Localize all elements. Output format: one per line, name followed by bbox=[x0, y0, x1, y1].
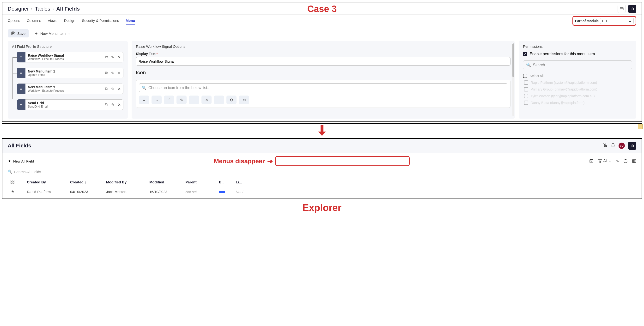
layout-icon[interactable] bbox=[618, 5, 626, 13]
menu-item[interactable]: ≡ New Menu Item 1 Update Items ⧉ ✎ ✕ bbox=[17, 68, 124, 78]
pencil-icon[interactable]: ✎ bbox=[176, 96, 186, 104]
tab-columns[interactable]: Columns bbox=[27, 16, 41, 25]
gear-icon[interactable]: ⚙ bbox=[226, 96, 236, 104]
display-text-input[interactable] bbox=[136, 57, 510, 66]
edit-icon[interactable]: ✎ bbox=[111, 55, 114, 60]
chevron-right-icon: › bbox=[52, 7, 54, 11]
scrollbar[interactable] bbox=[512, 44, 514, 116]
arrow-right-icon: ➔ bbox=[267, 157, 273, 165]
cell-modified-by: Jack Mostert bbox=[106, 190, 140, 194]
col-parent[interactable]: Parent bbox=[185, 180, 210, 184]
icon-search-input[interactable]: 🔍 Choose an icon from the below list... bbox=[139, 83, 507, 92]
checkbox-icon[interactable] bbox=[523, 74, 527, 78]
mail-icon[interactable]: ✉ bbox=[239, 96, 249, 104]
drag-handle-icon[interactable]: ≡ bbox=[17, 68, 26, 78]
explorer-search[interactable]: 🔍 Search All Fields bbox=[2, 168, 642, 177]
edit-icon[interactable]: ✎ bbox=[111, 71, 114, 76]
checkbox-checked-icon[interactable]: ✓ bbox=[523, 52, 527, 56]
page-title: All Fields bbox=[8, 142, 31, 149]
module-select[interactable]: HR ⌄ bbox=[600, 18, 634, 24]
grid-icon[interactable] bbox=[8, 180, 17, 184]
col-created-by[interactable]: Created By bbox=[27, 180, 60, 184]
chevron-down-icon[interactable]: ⌄ bbox=[152, 96, 162, 104]
refresh-icon[interactable] bbox=[623, 159, 628, 163]
crumb-designer[interactable]: Designer bbox=[8, 6, 29, 12]
close-icon[interactable]: ✕ bbox=[118, 102, 121, 107]
svg-point-14 bbox=[633, 146, 633, 146]
menu-item[interactable]: ≡ New Menu Item 3 Workflow - Execute Pro… bbox=[17, 84, 124, 94]
bot-icon[interactable] bbox=[628, 142, 636, 150]
permission-item[interactable]: Rapid Platform (system@rapidplatform.com… bbox=[524, 80, 632, 85]
menu-item[interactable]: ≡ Send Grid SendGrid Email ⧉ ✎ ✕ bbox=[17, 100, 124, 110]
edit-icon[interactable]: ✎ bbox=[111, 87, 114, 91]
enable-permissions-row[interactable]: ✓ Enable permissions for this menu item bbox=[523, 52, 632, 56]
avatar[interactable]: VD bbox=[618, 142, 625, 149]
tab-options[interactable]: Options bbox=[8, 16, 20, 25]
drag-handle-icon[interactable]: ≡ bbox=[17, 100, 26, 110]
item-title: New Menu Item 1 bbox=[28, 70, 105, 73]
drag-handle-icon[interactable]: ≡ bbox=[17, 52, 26, 62]
col-created[interactable]: Created ↓ bbox=[70, 180, 96, 184]
filter-button[interactable]: All ⌄ bbox=[598, 159, 612, 164]
crumb-tables[interactable]: Tables bbox=[35, 6, 50, 12]
checkbox-icon[interactable] bbox=[524, 100, 528, 105]
tab-security[interactable]: Security & Permissions bbox=[82, 16, 119, 25]
star-icon[interactable]: ★ bbox=[8, 190, 17, 194]
permission-item[interactable]: Tyler Watson (tyler@rapidplatform.com.au… bbox=[524, 94, 632, 98]
edit-icon[interactable]: ✎ bbox=[616, 159, 619, 164]
breadcrumb: Designer › Tables › All Fields bbox=[8, 6, 80, 12]
col-li[interactable]: Li... bbox=[236, 180, 246, 184]
crumb-allfields[interactable]: All Fields bbox=[56, 6, 80, 12]
star-icon: ★ bbox=[8, 159, 11, 163]
col-e[interactable]: E... bbox=[219, 180, 226, 184]
drag-handle-icon[interactable]: ≡ bbox=[17, 84, 26, 94]
menu-icon[interactable]: ≡ bbox=[139, 96, 149, 104]
table-row[interactable]: ★ Rapid Platform 04/10/2023 Jack Mostert… bbox=[8, 187, 636, 196]
permission-item[interactable]: Primary Group (primary@rapidplatform.com… bbox=[524, 87, 632, 92]
close-icon[interactable]: ✕ bbox=[202, 96, 212, 104]
excel-export-icon[interactable] bbox=[589, 159, 594, 163]
edit-icon[interactable]: ✎ bbox=[111, 102, 114, 107]
checkbox-icon[interactable] bbox=[524, 94, 528, 98]
chevron-up-icon[interactable]: ⌃ bbox=[164, 96, 174, 104]
chart-icon[interactable] bbox=[603, 143, 608, 148]
copy-icon[interactable]: ⧉ bbox=[105, 55, 108, 60]
search-placeholder: Search All Fields bbox=[14, 170, 41, 174]
sort-desc-icon: ↓ bbox=[84, 180, 86, 184]
bot-icon[interactable] bbox=[628, 5, 636, 13]
options-title: Raise Workflow Signal Options bbox=[136, 44, 510, 48]
module-value: HR bbox=[602, 19, 607, 23]
options-panel: Raise Workflow Signal Options Display Te… bbox=[132, 41, 515, 118]
permission-item[interactable]: Danny Batta (danny@rapidplatform) bbox=[524, 100, 632, 105]
checkbox-icon[interactable] bbox=[524, 80, 528, 85]
tab-views[interactable]: Views bbox=[48, 16, 58, 25]
col-modified-by[interactable]: Modified By bbox=[106, 180, 140, 184]
close-icon[interactable]: ✕ bbox=[118, 71, 121, 76]
checkbox-icon[interactable] bbox=[524, 87, 528, 92]
columns-icon[interactable] bbox=[632, 159, 636, 163]
close-icon[interactable]: ✕ bbox=[118, 55, 121, 60]
close-icon[interactable]: ✕ bbox=[118, 87, 121, 91]
new-all-field-label: New All Field bbox=[13, 159, 34, 163]
chevron-right-icon: › bbox=[31, 7, 32, 11]
arrow-down-annotation bbox=[2, 124, 642, 138]
new-all-field-button[interactable]: ★ New All Field bbox=[8, 159, 34, 163]
more-icon[interactable]: ⋯ bbox=[214, 96, 224, 104]
tab-menu[interactable]: Menu bbox=[126, 16, 135, 25]
bell-icon[interactable] bbox=[611, 143, 615, 148]
clipboard-icon bbox=[638, 124, 642, 129]
copy-icon[interactable]: ⧉ bbox=[105, 87, 108, 91]
menu-item[interactable]: ≡ Raise Workflow Signal Workflow - Execu… bbox=[17, 52, 124, 62]
permissions-search[interactable]: 🔍 Search bbox=[523, 60, 632, 70]
tab-design[interactable]: Design bbox=[64, 16, 76, 25]
select-all-row[interactable]: Select All bbox=[523, 74, 632, 78]
icon-search-placeholder: Choose an icon from the below list... bbox=[148, 86, 210, 90]
cell-modified: 16/10/2023 bbox=[149, 190, 176, 194]
plus-icon[interactable]: ＋ bbox=[189, 96, 199, 104]
new-menu-item-button[interactable]: ＋ New Menu Item ⌄ bbox=[32, 28, 73, 38]
copy-icon[interactable]: ⧉ bbox=[105, 102, 108, 107]
copy-icon[interactable]: ⧉ bbox=[105, 71, 108, 76]
svg-point-3 bbox=[632, 9, 632, 9]
col-modified[interactable]: Modified bbox=[149, 180, 176, 184]
save-button[interactable]: Save bbox=[8, 29, 29, 38]
